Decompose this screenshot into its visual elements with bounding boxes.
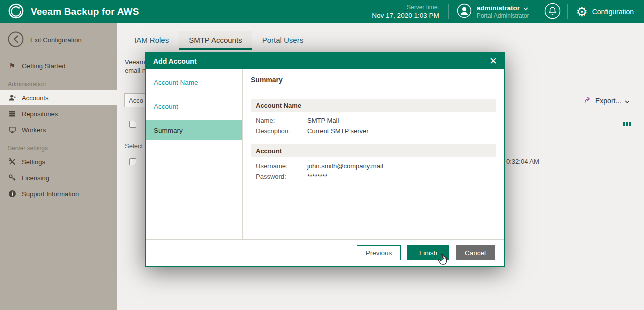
summary-row-label: Name: — [256, 117, 307, 124]
summary-section-title: Account Name — [251, 99, 496, 112]
summary-row-value: john.smith@company.mail — [307, 162, 491, 170]
sidebar-item-label: Getting Started — [22, 62, 65, 70]
sidebar-item-repositories[interactable]: Repositories — [0, 106, 117, 121]
add-account-dialog: Add Account ✕ Account Name Account Summa… — [145, 52, 505, 267]
notifications-button[interactable] — [537, 2, 567, 22]
section-label-administration: Administration — [0, 74, 117, 90]
sidebar-item-label: Repositories — [22, 110, 58, 118]
user-name: administrator — [477, 4, 520, 12]
wizard-steps: Account Name Account Summary — [146, 69, 243, 239]
summary-row-label: Description: — [256, 127, 307, 135]
sidebar-item-accounts[interactable]: Accounts — [0, 90, 117, 105]
step-account-name[interactable]: Account Name — [146, 72, 242, 92]
sidebar-item-support-information[interactable]: Support Information — [0, 186, 117, 201]
dialog-title: Add Account — [153, 57, 489, 65]
info-icon — [8, 190, 16, 198]
flag-icon: ⚑ — [8, 62, 16, 69]
exit-configuration-button[interactable]: Exit Configuration — [0, 23, 117, 58]
wizard-page-title: Summary — [243, 69, 504, 90]
dialog-footer: Previous Finish Cancel — [146, 239, 504, 266]
brand: Veeam Backup for AWS — [8, 3, 139, 21]
summary-panel: Account Name Name: SMTP Mail Description… — [243, 90, 504, 239]
sidebar-item-label: Workers — [22, 126, 46, 134]
sidebar-item-label: Support Information — [22, 190, 79, 198]
configuration-button[interactable]: ⚙ Configuration — [568, 5, 644, 18]
sidebar-item-label: Licensing — [22, 174, 49, 182]
dialog-header: Add Account ✕ — [146, 53, 504, 69]
sidebar-item-label: Accounts — [22, 94, 48, 102]
sidebar-item-label: Settings — [22, 158, 45, 166]
finish-button[interactable]: Finish — [407, 245, 449, 260]
user-role: Portal Administrator — [477, 12, 529, 19]
summary-row-label: Username: — [256, 162, 307, 170]
select-all-checkbox[interactable] — [129, 121, 136, 128]
gear-icon: ⚙ — [576, 5, 587, 18]
user-menu[interactable]: administrator Portal Administrator — [449, 3, 537, 20]
back-arrow-icon — [7, 31, 24, 49]
summary-row-value: Current SMTP server — [307, 127, 491, 135]
server-time-value: Nov 17, 2020 1:03 PM — [372, 11, 439, 20]
exit-configuration-label: Exit Configuration — [30, 36, 82, 44]
server-time-label: Server time: — [372, 3, 439, 11]
summary-row: Description: Current SMTP server — [251, 126, 496, 136]
repositories-icon — [8, 110, 16, 118]
sidebar-item-licensing[interactable]: Licensing — [0, 170, 117, 185]
summary-row: Name: SMTP Mail — [251, 115, 496, 126]
section-label-server-settings: Server settings — [0, 138, 117, 154]
cancel-button[interactable]: Cancel — [456, 245, 495, 260]
summary-row-label: Password: — [256, 173, 307, 180]
screen: Veeam Backup for AWS Server time: Nov 17… — [0, 0, 644, 310]
summary-row-value: SMTP Mail — [307, 117, 491, 124]
summary-row-value: ******** — [307, 173, 491, 180]
app-title: Veeam Backup for AWS — [31, 6, 139, 17]
user-avatar-icon — [457, 3, 472, 20]
veeam-logo-icon — [8, 3, 24, 21]
column-settings-icon[interactable] — [623, 122, 631, 126]
export-button[interactable]: Export... — [584, 96, 630, 106]
sidebar-item-settings[interactable]: Settings — [0, 154, 117, 169]
workers-icon — [8, 126, 16, 134]
server-time: Server time: Nov 17, 2020 1:03 PM — [372, 3, 439, 20]
tab-smtp-accounts[interactable]: SMTP Accounts — [179, 31, 252, 50]
key-icon — [8, 174, 16, 182]
summary-row: Username: john.smith@company.mail — [251, 161, 496, 171]
chevron-down-icon — [625, 96, 630, 105]
chevron-down-icon — [523, 4, 528, 12]
tab-portal-users[interactable]: Portal Users — [252, 31, 314, 50]
export-label: Export... — [595, 97, 621, 105]
page-description-partial: Veeam email n — [125, 58, 145, 75]
tab-iam-roles[interactable]: IAM Roles — [124, 31, 179, 50]
close-icon[interactable]: ✕ — [489, 56, 497, 66]
bell-icon — [544, 2, 561, 22]
sidebar-item-getting-started[interactable]: ⚑ Getting Started — [0, 58, 117, 73]
step-account[interactable]: Account — [146, 96, 242, 116]
wizard-content: Summary Account Name Name: SMTP Mail Des… — [243, 69, 504, 239]
configuration-label: Configuration — [592, 8, 634, 16]
top-bar: Veeam Backup for AWS Server time: Nov 17… — [0, 0, 644, 23]
tab-bar: IAM Roles SMTP Accounts Portal Users — [124, 31, 327, 50]
row-checkbox[interactable] — [129, 158, 136, 165]
previous-button[interactable]: Previous — [357, 245, 401, 260]
grid-row-timestamp-partial: 0:32:04 AM — [506, 158, 539, 165]
sidebar-item-workers[interactable]: Workers — [0, 122, 117, 137]
summary-row: Password: ******** — [251, 171, 496, 182]
sidebar: Exit Configuration ⚑ Getting Started Adm… — [0, 23, 117, 310]
tools-icon — [8, 158, 16, 166]
step-summary[interactable]: Summary — [146, 120, 242, 140]
select-label-partial: Select — [125, 142, 145, 150]
export-arrow-icon — [584, 96, 592, 106]
summary-section-title: Account — [251, 144, 496, 157]
accounts-icon — [8, 94, 16, 102]
